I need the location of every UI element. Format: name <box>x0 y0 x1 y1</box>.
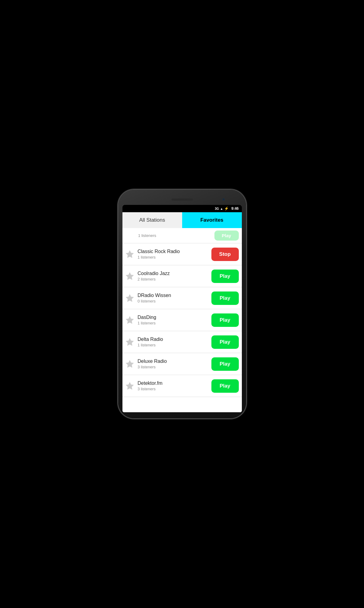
station-name-2: DRadio Wissen <box>138 293 211 298</box>
station-info-2: DRadio Wissen0 listeners <box>138 293 211 303</box>
phone-speaker <box>171 198 193 201</box>
station-listeners-3: 1 listeners <box>138 321 211 325</box>
station-name-3: DasDing <box>138 315 211 320</box>
star-icon-3[interactable] <box>125 315 135 325</box>
station-info-6: Detektor.fm3 listeners <box>138 381 211 391</box>
star-icon-2[interactable] <box>125 293 135 303</box>
play-button-5[interactable]: Play <box>211 357 239 371</box>
station-name-0: Classic Rock Radio <box>138 249 211 254</box>
station-row-5: Deluxe Radio3 listenersPlay <box>122 353 242 375</box>
star-icon-5[interactable] <box>125 359 135 369</box>
play-button-2[interactable]: Play <box>211 291 239 305</box>
station-listeners-0: 1 listeners <box>138 255 211 259</box>
phone-device: 3G ▲ ⚡ 9:46 All Stations Favorites 1 lis… <box>118 190 246 418</box>
station-name-1: Coolradio Jazz <box>138 271 211 276</box>
status-bar: 3G ▲ ⚡ 9:46 <box>122 205 242 212</box>
phone-top <box>122 195 242 204</box>
partial-play-button[interactable]: Play <box>214 231 239 241</box>
battery-icon: ⚡ <box>224 206 229 211</box>
station-info-5: Deluxe Radio3 listeners <box>138 359 211 369</box>
station-row-6: Detektor.fm3 listenersPlay <box>122 375 242 397</box>
station-info-1: Coolradio Jazz2 listeners <box>138 271 211 281</box>
tab-all-stations[interactable]: All Stations <box>122 212 182 228</box>
station-listeners-4: 1 listeners <box>138 343 211 347</box>
station-info-4: Delta Radio1 listeners <box>138 337 211 347</box>
station-listeners-1: 2 listeners <box>138 277 211 281</box>
star-icon-4[interactable] <box>125 337 135 347</box>
station-info-3: DasDing1 listeners <box>138 315 211 325</box>
station-name-5: Deluxe Radio <box>138 359 211 364</box>
star-icon-1[interactable] <box>125 271 135 281</box>
partial-listeners: 1 listeners <box>125 233 214 238</box>
play-button-1[interactable]: Play <box>211 270 239 283</box>
play-button-6[interactable]: Play <box>211 379 239 393</box>
partial-row: 1 listeners Play <box>122 228 242 243</box>
star-icon-0[interactable] <box>125 249 135 259</box>
signal-icon: ▲ <box>220 207 223 210</box>
station-listeners-5: 3 listeners <box>138 365 211 369</box>
star-icon-6[interactable] <box>125 381 135 391</box>
status-time: 9:46 <box>231 206 239 211</box>
tab-favorites[interactable]: Favorites <box>182 212 242 228</box>
play-button-4[interactable]: Play <box>211 335 239 349</box>
station-listeners-6: 3 listeners <box>138 387 211 391</box>
station-listeners-2: 0 listeners <box>138 299 211 303</box>
station-list: 1 listeners Play Classic Rock Radio1 lis… <box>122 228 242 412</box>
stations-container: Classic Rock Radio1 listenersStop Coolra… <box>122 243 242 397</box>
phone-screen: 3G ▲ ⚡ 9:46 All Stations Favorites 1 lis… <box>122 205 242 412</box>
station-name-6: Detektor.fm <box>138 381 211 386</box>
station-row-1: Coolradio Jazz2 listenersPlay <box>122 265 242 287</box>
station-row-2: DRadio Wissen0 listenersPlay <box>122 287 242 309</box>
phone-camera <box>222 198 225 201</box>
station-row-0: Classic Rock Radio1 listenersStop <box>122 243 242 265</box>
station-name-4: Delta Radio <box>138 337 211 342</box>
signal-label: 3G <box>215 207 219 210</box>
station-row-3: DasDing1 listenersPlay <box>122 309 242 331</box>
stop-button-0[interactable]: Stop <box>211 248 239 261</box>
tabs-container: All Stations Favorites <box>122 212 242 228</box>
station-info-0: Classic Rock Radio1 listeners <box>138 249 211 259</box>
play-button-3[interactable]: Play <box>211 313 239 327</box>
station-row-4: Delta Radio1 listenersPlay <box>122 331 242 353</box>
